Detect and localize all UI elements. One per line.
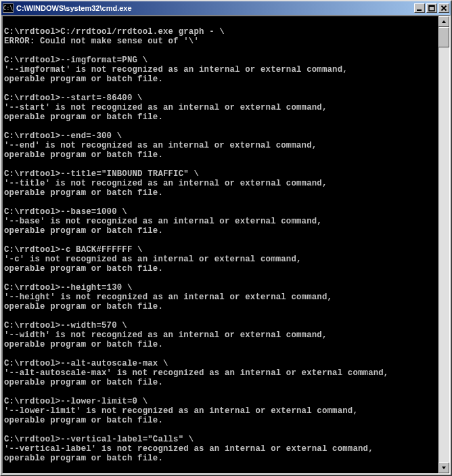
window-title: C:\WINDOWS\system32\cmd.exe (16, 4, 414, 12)
scroll-up-button[interactable] (438, 16, 449, 27)
close-button[interactable] (438, 3, 449, 13)
console-client-area: C:\rrdtool>C:/rrdtool/rrdtool.exe graph … (1, 15, 451, 475)
svg-marker-5 (442, 20, 446, 23)
minimize-button[interactable] (414, 3, 425, 13)
console-output[interactable]: C:\rrdtool>C:/rrdtool/rrdtool.exe graph … (3, 16, 438, 473)
maximize-button[interactable] (426, 3, 437, 13)
cmd-window: C:\ C:\WINDOWS\system32\cmd.exe C:\rrdto… (0, 0, 452, 476)
scroll-down-button[interactable] (438, 462, 449, 473)
scrollbar-thumb[interactable] (438, 27, 449, 47)
svg-rect-2 (429, 5, 434, 7)
svg-rect-0 (417, 9, 422, 11)
vertical-scrollbar[interactable] (438, 16, 449, 473)
window-controls (414, 3, 449, 13)
cmd-icon: C:\ (3, 3, 14, 13)
svg-marker-6 (442, 467, 446, 469)
titlebar[interactable]: C:\ C:\WINDOWS\system32\cmd.exe (1, 1, 451, 15)
scrollbar-track[interactable] (438, 27, 449, 462)
